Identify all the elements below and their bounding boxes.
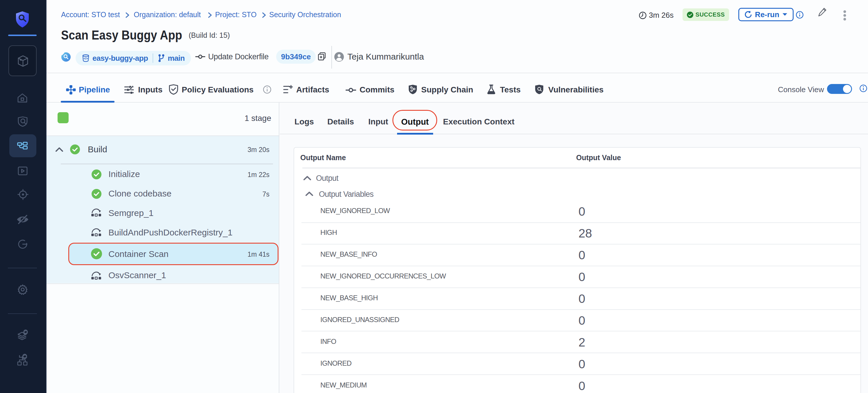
svg-text:</>: </> [84, 57, 88, 60]
